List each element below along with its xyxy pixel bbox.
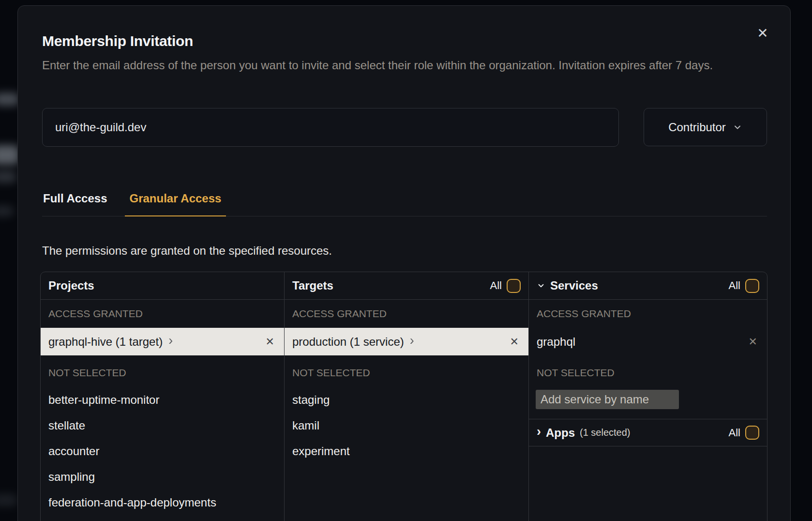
resources-table: Projects ACCESS GRANTED graphql-hive (1 … bbox=[40, 272, 767, 521]
projects-title: Projects bbox=[48, 279, 94, 292]
background-blur-content bbox=[0, 93, 19, 106]
apps-all-checkbox[interactable] bbox=[745, 426, 759, 440]
close-icon[interactable]: ✕ bbox=[754, 25, 771, 42]
services-all-checkbox[interactable] bbox=[745, 279, 759, 293]
role-select[interactable]: Contributor bbox=[644, 108, 767, 146]
services-column: Services All ACCESS GRANTED graphql ✕ NO… bbox=[528, 272, 767, 521]
targets-column: Targets All ACCESS GRANTED production (1… bbox=[284, 272, 528, 521]
granted-project-row[interactable]: graphql-hive (1 target) › ✕ bbox=[41, 328, 284, 355]
tab-granular-access[interactable]: Granular Access bbox=[125, 185, 226, 216]
add-service-input[interactable] bbox=[536, 390, 679, 409]
chevron-right-icon: › bbox=[168, 334, 173, 347]
apps-title: Apps bbox=[546, 426, 575, 440]
remove-target-icon[interactable]: ✕ bbox=[510, 336, 519, 348]
targets-all-group: All bbox=[490, 279, 521, 293]
background-blur-content bbox=[0, 206, 14, 216]
chevron-down-icon bbox=[733, 123, 742, 132]
services-column-header: Services All bbox=[529, 272, 767, 300]
not-selected-label: NOT SELECTED bbox=[529, 362, 767, 383]
targets-all-checkbox[interactable] bbox=[507, 279, 521, 293]
chevron-down-icon[interactable] bbox=[537, 281, 545, 290]
granted-service-label: graphql bbox=[537, 335, 575, 349]
access-tabs: Full Access Granular Access bbox=[42, 185, 767, 216]
apps-row[interactable]: › Apps (1 selected) All bbox=[529, 419, 767, 446]
dialog-description: Enter the email address of the person yo… bbox=[42, 56, 768, 74]
access-granted-label: ACCESS GRANTED bbox=[41, 300, 284, 328]
services-title: Services bbox=[550, 279, 598, 292]
granted-service-row[interactable]: graphql ✕ bbox=[529, 328, 767, 355]
project-option[interactable]: accounter bbox=[41, 438, 284, 464]
project-option[interactable]: better-uptime-monitor bbox=[41, 387, 284, 413]
targets-not-selected-list: staging kamil experiment bbox=[285, 387, 528, 464]
services-all-label: All bbox=[729, 279, 740, 292]
target-option[interactable]: experiment bbox=[285, 438, 528, 464]
target-option[interactable]: kamil bbox=[285, 413, 528, 438]
projects-column: Projects ACCESS GRANTED graphql-hive (1 … bbox=[41, 272, 284, 521]
granted-project-label: graphql-hive (1 target) bbox=[48, 335, 163, 349]
role-select-value: Contributor bbox=[668, 121, 726, 134]
background-blur-content bbox=[0, 170, 16, 183]
projects-column-header: Projects bbox=[41, 272, 284, 300]
targets-all-label: All bbox=[490, 279, 502, 292]
targets-title: Targets bbox=[292, 279, 333, 292]
granted-target-label: production (1 service) bbox=[292, 335, 404, 349]
granted-target-row[interactable]: production (1 service) › ✕ bbox=[285, 328, 528, 355]
membership-invitation-dialog: ✕ Membership Invitation Enter the email … bbox=[17, 5, 791, 521]
remove-service-icon[interactable]: ✕ bbox=[749, 336, 757, 348]
permissions-note: The permissions are granted on the speci… bbox=[42, 244, 332, 258]
project-option[interactable]: federation-and-app-deployments bbox=[41, 490, 284, 515]
chevron-right-icon[interactable]: › bbox=[537, 424, 541, 439]
dialog-title: Membership Invitation bbox=[42, 33, 193, 49]
project-option[interactable]: stellate bbox=[41, 413, 284, 438]
access-granted-label: ACCESS GRANTED bbox=[285, 300, 528, 328]
apps-all-label: All bbox=[729, 427, 740, 439]
project-option[interactable]: sampling bbox=[41, 464, 284, 490]
projects-not-selected-list: better-uptime-monitor stellate accounter… bbox=[41, 387, 284, 515]
remove-project-icon[interactable]: ✕ bbox=[266, 336, 274, 348]
not-selected-label: NOT SELECTED bbox=[41, 362, 284, 383]
background-blur-content bbox=[0, 145, 19, 165]
access-granted-label: ACCESS GRANTED bbox=[529, 300, 767, 328]
targets-column-header: Targets All bbox=[285, 272, 528, 300]
apps-selected-count: (1 selected) bbox=[580, 427, 631, 438]
apps-all-group: All bbox=[729, 426, 759, 440]
services-all-group: All bbox=[729, 279, 759, 293]
chevron-right-icon: › bbox=[410, 334, 414, 347]
background-blur-content bbox=[0, 494, 17, 506]
tab-full-access[interactable]: Full Access bbox=[42, 185, 108, 216]
target-option[interactable]: staging bbox=[285, 387, 528, 413]
invite-email-input[interactable] bbox=[42, 108, 619, 147]
not-selected-label: NOT SELECTED bbox=[285, 362, 528, 383]
